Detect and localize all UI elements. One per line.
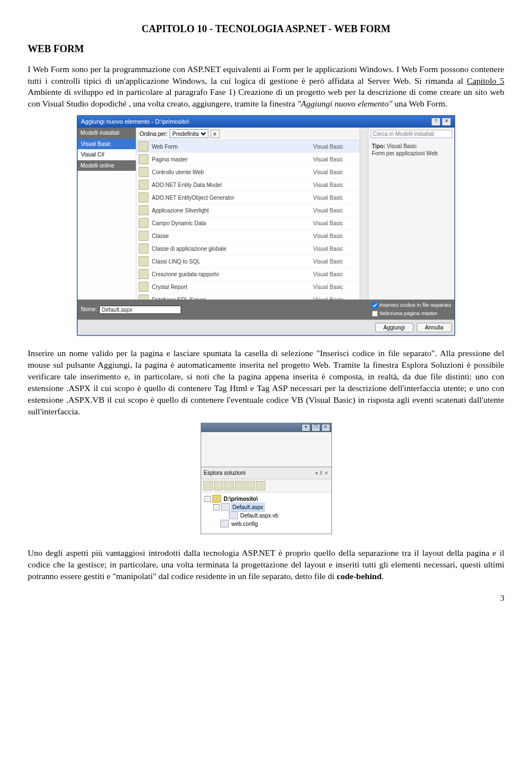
tree-root-label: D:\primosito\	[223, 495, 259, 503]
help-icon[interactable]: ?	[431, 118, 441, 126]
paragraph-1: I Web Form sono per la programmazione co…	[28, 64, 504, 110]
type-value: Visual Basic	[387, 143, 417, 149]
vb-file-icon	[229, 511, 238, 519]
tree-file-label: Default.aspx.vb	[239, 511, 280, 520]
close-icon[interactable]: ✕	[321, 424, 330, 432]
sort-asc-icon[interactable]: ≡	[211, 130, 219, 139]
template-icon	[139, 256, 149, 266]
page-number: 3	[28, 592, 504, 604]
tree-file-default[interactable]: - Default.aspx	[202, 503, 330, 511]
chapter-title: CAPITOLO 10 - TECNOLOGIA ASP.NET - WEB F…	[28, 22, 504, 36]
chk-master-page[interactable]: Seleziona pagina master	[372, 310, 451, 317]
cancel-button[interactable]: Annulla	[417, 323, 452, 332]
template-row[interactable]: Campo Dynamic DataVisual Basic	[136, 217, 360, 230]
expander-icon[interactable]: -	[204, 496, 211, 502]
template-icon	[139, 154, 149, 164]
chk-code-file[interactable]: Inserisci codice in file separato	[372, 302, 451, 309]
template-row[interactable]: ADO.NET Entity Data ModelVisual Basic	[136, 179, 360, 191]
template-row[interactable]: Applicazione SilverlightVisual Basic	[136, 204, 360, 217]
sort-label: Ordina per:	[140, 130, 167, 138]
template-icon	[139, 205, 149, 215]
tool-icon[interactable]	[214, 481, 223, 490]
sol-toolbar	[201, 479, 331, 493]
dropdown-icon[interactable]: ▾	[315, 470, 318, 476]
tool-icon[interactable]	[245, 481, 255, 490]
template-icon	[139, 231, 149, 241]
aspx-file-icon	[221, 503, 230, 511]
template-row[interactable]: Controllo utente WebVisual Basic	[136, 166, 360, 179]
template-row[interactable]: Web FormVisual Basic	[136, 140, 360, 153]
add-button[interactable]: Aggiungi	[375, 323, 413, 332]
window-menu-icon[interactable]: ▾	[301, 424, 310, 432]
tree-file-label: Default.aspx	[232, 503, 265, 511]
tool-icon[interactable]	[256, 481, 265, 490]
template-row[interactable]: Pagina masterVisual Basic	[136, 153, 360, 166]
paragraph-2: Inserire un nome valido per la pagina e …	[28, 348, 504, 418]
editor-area-placeholder	[201, 432, 331, 467]
config-file-icon	[220, 520, 229, 528]
template-icon	[139, 218, 149, 228]
type-label: Tipo:	[372, 143, 385, 149]
left-item-vb[interactable]: Visual Basic	[78, 139, 136, 150]
dialog-title-text: Aggiungi nuovo elemento - D:\primosito\	[81, 118, 190, 126]
search-input[interactable]	[371, 130, 452, 138]
para3-text-b: .	[382, 571, 384, 581]
solution-explorer-panel: ▾ ❐ ✕ Esplora soluzioni ▾ ⊼ ✕ - D:\	[201, 423, 332, 534]
template-icon	[139, 192, 149, 202]
template-row[interactable]: Database SQL ServerVisual Basic	[136, 293, 360, 300]
solution-explorer-title: Esplora soluzioni	[204, 469, 246, 477]
pin-icon[interactable]: ⊼	[319, 470, 323, 476]
template-icon	[139, 180, 149, 190]
tool-icon[interactable]	[224, 481, 234, 490]
installed-templates-header: Modelli installati	[78, 128, 136, 139]
template-icon	[139, 244, 149, 253]
template-row[interactable]: Classi LINQ to SQLVisual Basic	[136, 255, 360, 268]
close-panel-icon[interactable]: ✕	[324, 470, 329, 476]
type-desc: Form per applicazioni Web	[372, 150, 438, 156]
solution-tree[interactable]: - D:\primosito\ - Default.aspx Default.a…	[201, 493, 331, 534]
para1-link: Capitolo 5	[467, 76, 504, 85]
template-row[interactable]: Creazione guidata rapportoVisual Basic	[136, 268, 360, 281]
template-icon	[139, 141, 149, 151]
para1-text-a: I Web Form sono per la programmazione co…	[28, 64, 504, 85]
tool-icon[interactable]	[203, 481, 213, 490]
add-item-dialog: Aggiungi nuovo elemento - D:\primosito\ …	[77, 115, 455, 336]
template-icon	[139, 295, 149, 300]
tree-file-label: web.config	[231, 520, 259, 528]
tool-icon[interactable]	[235, 481, 244, 490]
section-title: WEB FORM	[28, 42, 504, 55]
tree-root[interactable]: - D:\primosito\	[202, 495, 330, 503]
tree-file-codebehind[interactable]: Default.aspx.vb	[202, 511, 330, 520]
template-icon	[139, 282, 149, 292]
dialog-right-panel: Tipo: Visual Basic Form per applicazioni…	[368, 128, 454, 300]
para3-bold: code-behind	[337, 571, 382, 581]
dialog-left-panel: Modelli installati Visual Basic Visual C…	[78, 128, 136, 300]
template-list[interactable]: Web FormVisual Basic Pagina masterVisual…	[136, 140, 360, 300]
tree-file-webconfig[interactable]: web.config	[202, 520, 330, 528]
name-input[interactable]	[99, 306, 181, 314]
restore-icon[interactable]: ❐	[311, 424, 320, 432]
close-icon[interactable]: ✕	[442, 118, 451, 126]
template-row[interactable]: Classe di applicazione globaleVisual Bas…	[136, 242, 360, 255]
online-templates-header: Modelli online	[78, 160, 136, 171]
template-row[interactable]: ClasseVisual Basic	[136, 230, 360, 242]
template-icon	[139, 269, 149, 279]
template-icon	[139, 167, 149, 177]
template-row[interactable]: Crystal ReportVisual Basic	[136, 281, 360, 293]
dialog-titlebar: Aggiungi nuovo elemento - D:\primosito\ …	[78, 116, 454, 128]
scrollbar[interactable]	[360, 128, 368, 300]
para3-text-a: Uno degli aspetti più vantaggiosi introd…	[28, 548, 504, 581]
dialog-footer: Nome: Inserisci codice in file separato …	[78, 300, 454, 320]
dialog-center-panel: Ordina per: Predefinita ≡ Web FormVisual…	[136, 128, 360, 300]
template-row[interactable]: ADO.NET EntityObject GeneratorVisual Bas…	[136, 191, 360, 204]
para1-italic: "Aggiungi nuovo elemento"	[297, 99, 392, 108]
sol-top-toolbar: ▾ ❐ ✕	[201, 423, 331, 432]
para1-text-c: una Web Form.	[392, 99, 447, 108]
name-label: Nome:	[81, 306, 97, 313]
left-item-cs[interactable]: Visual C#	[78, 149, 136, 160]
project-icon	[212, 495, 221, 503]
expander-icon[interactable]: -	[213, 504, 219, 510]
sort-dropdown[interactable]: Predefinita	[170, 129, 208, 138]
paragraph-3: Uno degli aspetti più vantaggiosi introd…	[28, 547, 504, 582]
